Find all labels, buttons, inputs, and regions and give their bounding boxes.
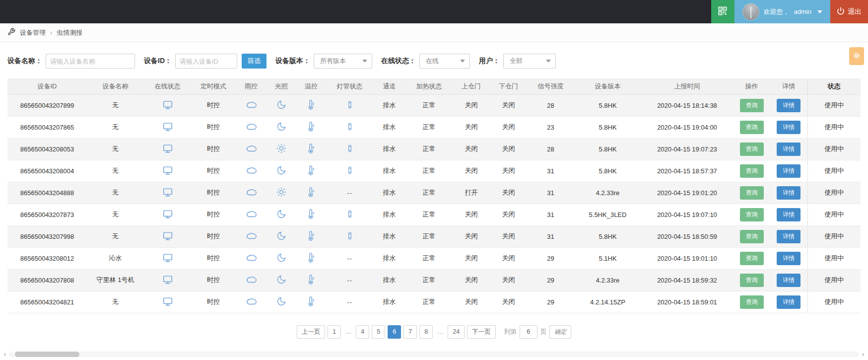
page-button-8[interactable]: 8 (419, 325, 433, 339)
cell-door-down: 关闭 (490, 116, 527, 138)
scrollbar-track[interactable] (9, 352, 859, 357)
query-button[interactable]: 查询 (740, 121, 764, 134)
cell-online-status (144, 204, 191, 225)
cell-online-status (144, 138, 191, 160)
goto-page-input[interactable] (520, 325, 537, 339)
welcome-text: 欢迎您， (764, 7, 790, 16)
detail-button[interactable]: 详情 (777, 230, 801, 243)
cloud-icon (246, 235, 257, 243)
cell-online-status (144, 247, 191, 269)
cell-action: 查询 (733, 291, 770, 313)
cell-rain-control (236, 269, 267, 291)
cell-version: 5.8HK (574, 116, 641, 138)
page-button-7[interactable]: 7 (403, 325, 417, 339)
cell-door-up: 关闭 (453, 116, 490, 138)
cell-action: 查询 (733, 160, 770, 182)
version-select-value: 所有版本 (320, 57, 346, 66)
cell-channel: 排水 (373, 291, 405, 313)
detail-button[interactable]: 详情 (777, 295, 801, 309)
cell-report-time: 2020-04-15 18:14:38 (641, 94, 733, 116)
user-menu[interactable]: 欢迎您， admin (734, 0, 830, 23)
cell-online-status (144, 291, 191, 313)
cell-heat-status: 正常 (405, 225, 453, 247)
query-button[interactable]: 查询 (740, 208, 764, 221)
cell-report-time: 2020-04-15 19:07:23 (641, 138, 733, 160)
lamp-none-value: -- (347, 298, 352, 306)
query-button[interactable]: 查询 (740, 143, 764, 156)
detail-button[interactable]: 详情 (777, 274, 801, 287)
user-select[interactable]: 全部 (503, 54, 556, 69)
cloud-icon (246, 170, 257, 177)
monitor-icon (162, 126, 173, 134)
detail-button[interactable]: 详情 (777, 208, 801, 221)
query-button[interactable]: 查询 (740, 164, 764, 178)
cell-report-time: 2020-04-15 19:07:10 (641, 204, 733, 225)
topbar: 欢迎您， admin 退出 (0, 0, 868, 23)
query-button[interactable]: 查询 (740, 186, 764, 200)
goto-confirm-button[interactable]: 确定 (549, 325, 571, 339)
goto-suffix-label: 页 (540, 328, 547, 336)
settings-gear-button[interactable] (849, 47, 864, 65)
query-button[interactable]: 查询 (740, 99, 764, 112)
cell-door-down: 关闭 (490, 182, 527, 204)
cell-light (267, 138, 296, 160)
col-detail: 详情 (770, 78, 807, 94)
cell-signal: 29 (527, 269, 574, 291)
detail-button[interactable]: 详情 (777, 99, 801, 112)
cell-action: 查询 (733, 138, 770, 160)
next-page-button[interactable]: 下一页 (467, 325, 496, 339)
detail-button[interactable]: 详情 (777, 186, 801, 200)
cloud-icon (246, 257, 257, 265)
col-rain-control: 雨控 (236, 78, 267, 94)
online-status-select[interactable]: 在线 (419, 54, 470, 69)
device-name-input[interactable] (46, 54, 135, 69)
col-report-time: 上报时间 (641, 78, 733, 94)
lamp-tube-icon (345, 214, 354, 221)
cell-version: 4.2.33re (574, 182, 641, 204)
query-button[interactable]: 查询 (740, 295, 764, 309)
detail-button[interactable]: 详情 (777, 121, 801, 134)
moon-icon (276, 279, 286, 286)
scroll-right-arrow[interactable]: › (860, 350, 866, 358)
col-lamp-status: 灯管状态 (326, 78, 373, 94)
page-button-5[interactable]: 5 (372, 325, 385, 339)
cell-door-down: 关闭 (490, 138, 527, 160)
cell-lamp-status (326, 116, 373, 138)
lamp-none-value: -- (347, 277, 352, 284)
scrollbar-thumb[interactable] (15, 352, 79, 357)
cell-heat-status: 正常 (405, 94, 453, 116)
qr-code-button[interactable] (711, 0, 734, 23)
cell-light (267, 291, 296, 313)
page-button-1[interactable]: 1 (328, 325, 341, 339)
scroll-left-arrow[interactable]: ‹ (2, 350, 8, 358)
monitor-icon (162, 301, 173, 308)
gear-icon (853, 52, 861, 61)
cloud-icon (246, 279, 257, 287)
page-button-6[interactable]: 6 (388, 325, 401, 339)
cell-light (267, 269, 296, 291)
logout-button[interactable]: 退出 (830, 0, 868, 23)
query-button[interactable]: 查询 (740, 252, 764, 265)
breadcrumb-device-management[interactable]: 设备管理 (20, 28, 46, 37)
prev-page-button[interactable]: 上一页 (297, 325, 326, 339)
page-button-4[interactable]: 4 (356, 325, 369, 339)
query-button[interactable]: 查询 (740, 230, 764, 243)
cell-temp-control (296, 204, 326, 225)
cell-signal: 23 (527, 116, 574, 138)
cell-channel: 排水 (373, 247, 405, 269)
breadcrumb-pest-monitoring: 虫情测报 (57, 28, 82, 37)
username: admin (794, 8, 811, 15)
detail-button[interactable]: 详情 (777, 164, 801, 178)
detail-button[interactable]: 详情 (777, 143, 801, 156)
page-button-24[interactable]: 24 (448, 325, 465, 339)
query-button[interactable]: 查询 (740, 274, 764, 287)
detail-button[interactable]: 详情 (777, 252, 801, 265)
monitor-icon (162, 235, 173, 243)
thermometer-icon (306, 235, 316, 242)
cell-light (267, 182, 296, 204)
version-select[interactable]: 所有版本 (314, 54, 372, 69)
device-id-input[interactable] (175, 54, 237, 69)
filter-button[interactable]: 筛选 (242, 54, 267, 69)
cell-action: 查询 (733, 204, 770, 225)
cell-signal: 28 (527, 94, 574, 116)
